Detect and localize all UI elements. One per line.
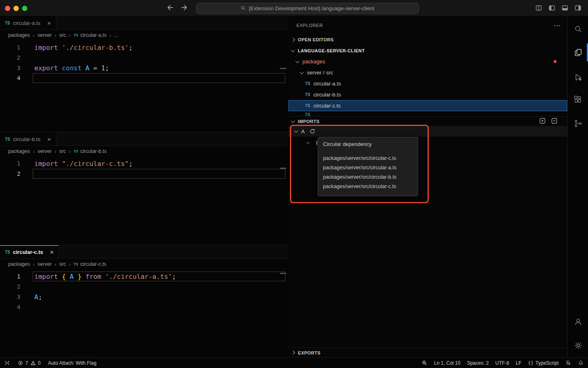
- settings-gear-icon[interactable]: [571, 339, 585, 352]
- scrollbar-thumb[interactable]: [280, 273, 286, 274]
- collapse-all-icon[interactable]: [551, 118, 557, 125]
- code-token: A: [85, 64, 89, 72]
- split-editor-icon[interactable]: [535, 4, 542, 13]
- minimize-window-icon[interactable]: [13, 6, 19, 11]
- breadcrumb-separator-icon: ›: [33, 261, 35, 267]
- close-window-icon[interactable]: [5, 6, 10, 11]
- scrollbar-thumb[interactable]: [280, 168, 286, 169]
- breadcrumb-item-server[interactable]: server: [38, 261, 52, 267]
- section-open-editors[interactable]: OPEN EDITORS: [288, 34, 567, 45]
- eol-status[interactable]: LF: [516, 360, 521, 366]
- breadcrumb-item-circular-a.ts[interactable]: TScircular-a.ts: [74, 32, 107, 38]
- breadcrumb-item-server[interactable]: server: [38, 32, 52, 38]
- code-area[interactable]: 1import "./circular-c.ts";2: [0, 157, 288, 179]
- extensions-icon[interactable]: [571, 93, 585, 106]
- tree-item-packages[interactable]: packages: [288, 56, 567, 67]
- more-actions-icon[interactable]: ⋯: [553, 21, 561, 30]
- toggle-secondary-sidebar-icon[interactable]: [575, 4, 581, 13]
- code-area[interactable]: 1import './circular-b.ts';23export const…: [0, 40, 288, 83]
- breadcrumb-label: packages: [8, 148, 30, 154]
- current-line-highlight: [33, 169, 285, 179]
- tab-circular-c.ts[interactable]: TScircular-c.ts×: [0, 245, 59, 258]
- remote-indicator-icon[interactable]: [4, 360, 10, 366]
- git-graph-icon[interactable]: [571, 117, 585, 130]
- dependency-path-list: packages/server/src/circular-c.tspackage…: [323, 154, 413, 191]
- expand-all-icon[interactable]: [539, 118, 546, 125]
- code-line[interactable]: 2: [0, 282, 288, 292]
- bell-slash-icon[interactable]: [565, 360, 571, 366]
- code-line[interactable]: 4: [0, 73, 288, 83]
- zoom-window-icon[interactable]: [22, 6, 27, 11]
- breadcrumb-item-src[interactable]: src: [59, 261, 66, 267]
- tab-circular-a.ts[interactable]: TScircular-a.ts×: [0, 16, 56, 29]
- tree-item-circular-a.ts[interactable]: TScircular-a.ts: [288, 78, 567, 89]
- tree-item-clipped[interactable]: TS: [288, 111, 567, 116]
- code-line[interactable]: 2: [0, 53, 288, 63]
- toggle-primary-sidebar-icon[interactable]: [548, 4, 555, 13]
- encoding-status[interactable]: UTF-8: [495, 360, 509, 366]
- explorer-files-icon[interactable]: [571, 46, 585, 59]
- language-mode-status[interactable]: {} TypeScript: [528, 360, 559, 366]
- line-number: 2: [0, 169, 20, 179]
- close-icon[interactable]: ×: [47, 20, 51, 27]
- titlebar: [Extension Development Host] language-se…: [0, 0, 588, 16]
- tab-circular-b.ts[interactable]: TScircular-b.ts×: [0, 132, 56, 146]
- forward-arrow-icon[interactable]: [180, 4, 188, 11]
- breadcrumb-item-server[interactable]: server: [38, 148, 52, 154]
- close-icon[interactable]: ×: [47, 136, 51, 143]
- dependency-path: packages/server/src/circular-b.ts: [323, 173, 413, 182]
- breadcrumb-item-packages[interactable]: packages: [8, 32, 30, 38]
- close-icon[interactable]: ×: [50, 249, 53, 256]
- section-imports[interactable]: IMPORTS: [288, 116, 567, 126]
- breadcrumb-item-packages[interactable]: packages: [8, 148, 30, 154]
- code-area[interactable]: 1import { A } from './circular-a.ts';23A…: [0, 269, 288, 312]
- notifications-bell-icon[interactable]: [578, 360, 584, 366]
- breadcrumb-item-packages[interactable]: packages: [8, 261, 30, 267]
- command-center-search[interactable]: [Extension Development Host] language-se…: [196, 3, 419, 14]
- tree-item-server-src[interactable]: server / src: [288, 67, 567, 78]
- search-icon[interactable]: [571, 22, 585, 36]
- imports-label: IMPORTS: [298, 119, 320, 124]
- import-symbol-row[interactable]: A: [288, 126, 567, 137]
- ts-file-icon: TS: [74, 149, 78, 153]
- tree-item-circular-b.ts[interactable]: TScircular-b.ts: [288, 89, 567, 100]
- open-editors-label: OPEN EDITORS: [298, 37, 334, 42]
- toggle-panel-icon[interactable]: [561, 4, 568, 13]
- sidebar-pane-header: EXPLORER ⋯: [288, 16, 567, 34]
- line-number: 2: [0, 282, 20, 292]
- breadcrumb-label: src: [59, 148, 66, 154]
- breadcrumb-item-circular-c.ts[interactable]: TScircular-c.ts: [74, 261, 106, 267]
- zoom-magnifier-icon[interactable]: [421, 360, 428, 366]
- ts-file-icon: TS: [5, 137, 10, 141]
- history-navigation: [167, 4, 188, 11]
- section-workspace[interactable]: LANGUAGE-SERVER-CLIENT: [288, 45, 567, 56]
- code-token: [82, 64, 86, 72]
- code-line[interactable]: 2: [0, 169, 288, 179]
- workspace-label: LANGUAGE-SERVER-CLIENT: [298, 48, 365, 53]
- section-exports[interactable]: EXPORTS: [288, 348, 567, 357]
- scrollbar-thumb[interactable]: [280, 68, 286, 69]
- code-line[interactable]: 1import { A } from './circular-a.ts';: [0, 272, 288, 282]
- line-number: 1: [0, 159, 20, 169]
- cursor-position-status[interactable]: Ln 1, Col 10: [434, 360, 461, 366]
- problems-status[interactable]: 7 0: [18, 360, 40, 366]
- breadcrumb-label: server: [38, 148, 52, 154]
- code-line[interactable]: 1import "./circular-c.ts";: [0, 159, 288, 169]
- indentation-status[interactable]: Spaces: 2: [467, 360, 489, 366]
- breadcrumb-item-circular-b.ts[interactable]: TScircular-b.ts: [74, 148, 107, 154]
- breadcrumb-item-src[interactable]: src: [59, 148, 66, 154]
- ts-file-icon: TS: [5, 250, 10, 254]
- code-line[interactable]: 3A;: [0, 292, 288, 302]
- code-line[interactable]: 3export const A = 1;: [0, 63, 288, 73]
- code-token: A: [70, 273, 74, 280]
- auto-attach-status[interactable]: Auto Attach: With Flag: [48, 360, 96, 366]
- breadcrumb-item-...[interactable]: ...: [114, 32, 118, 38]
- account-icon[interactable]: [571, 315, 585, 328]
- breadcrumb-item-src[interactable]: src: [59, 32, 66, 38]
- run-debug-icon[interactable]: [571, 70, 585, 84]
- code-line[interactable]: 1import './circular-b.ts';: [0, 43, 288, 53]
- tree-item-circular-c.ts[interactable]: TScircular-c.ts: [288, 100, 567, 111]
- back-arrow-icon[interactable]: [167, 4, 174, 11]
- code-line[interactable]: 4: [0, 302, 288, 312]
- refresh-icon[interactable]: [310, 128, 315, 134]
